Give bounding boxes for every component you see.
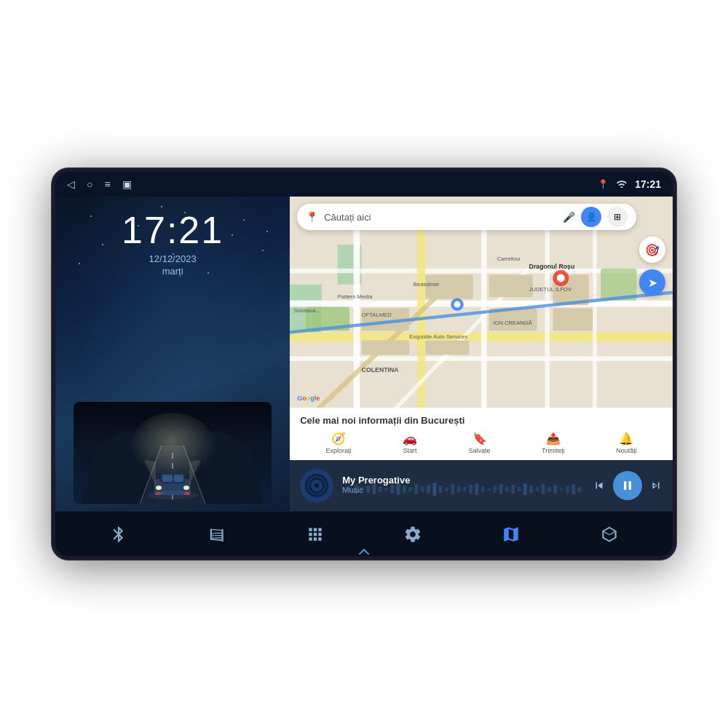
svg-point-12	[156, 486, 162, 490]
home-button[interactable]: ○	[87, 178, 92, 190]
svg-rect-83	[463, 487, 467, 491]
svg-rect-78	[433, 483, 437, 496]
svg-rect-97	[547, 486, 551, 492]
car-image	[74, 402, 272, 504]
map-search-bar[interactable]: 📍 Căutați aici 🎤 👤 ⊞	[297, 204, 636, 230]
map-nav-tabs: 🧭 Explorați 🚗 Start 🔖 Salvate	[300, 432, 662, 454]
chevron-up-indicator	[358, 547, 370, 556]
svg-point-60	[314, 483, 319, 488]
tab-trimiteti[interactable]: 📤 Trimiteți	[542, 432, 565, 454]
map-info-title: Cele mai noi informații din București	[300, 415, 662, 426]
svg-rect-72	[397, 483, 400, 495]
voice-search-icon[interactable]: 🎤	[563, 211, 575, 223]
album-art	[300, 469, 333, 502]
clock-date: 12/12/2023	[122, 253, 223, 264]
location-button[interactable]: 🎯	[639, 237, 665, 263]
svg-point-18	[147, 491, 198, 499]
tunnel-scene	[74, 402, 272, 504]
apps-icon	[306, 525, 325, 544]
svg-rect-38	[489, 275, 533, 298]
svg-rect-75	[415, 484, 419, 494]
svg-rect-28	[481, 221, 487, 436]
svg-text:Carrefour: Carrefour	[497, 256, 521, 262]
svg-rect-79	[439, 486, 443, 493]
waveform	[342, 485, 584, 496]
saved-label: Salvate	[469, 447, 491, 454]
svg-rect-29	[545, 221, 550, 436]
nav-apps[interactable]	[299, 518, 331, 550]
share-label: Trimiteți	[542, 447, 565, 454]
menu-button[interactable]: ≡	[104, 178, 110, 190]
bottom-nav	[55, 511, 673, 556]
tab-start[interactable]: 🚗 Start	[403, 432, 417, 454]
back-button[interactable]: ◁	[67, 178, 75, 190]
search-icons: 🎤 👤 ⊞	[563, 207, 628, 227]
news-label: Noutăți	[616, 447, 637, 454]
svg-rect-89	[499, 484, 503, 494]
svg-text:ION CREANGĂ: ION CREANGĂ	[494, 320, 533, 326]
album-art-svg	[300, 469, 333, 502]
music-player: My Prerogative Music	[290, 460, 673, 511]
tab-noutati[interactable]: 🔔 Noutăți	[616, 432, 637, 454]
left-panel: 17:21 12/12/2023 marți	[55, 197, 290, 511]
svg-rect-86	[481, 486, 485, 492]
status-time: 17:21	[635, 178, 661, 190]
svg-rect-27	[417, 221, 425, 436]
clock-day: marți	[122, 266, 223, 277]
grid-icon[interactable]: ⊞	[607, 207, 628, 227]
prev-button[interactable]	[593, 479, 606, 492]
svg-rect-98	[554, 485, 558, 494]
svg-rect-84	[469, 485, 472, 494]
status-indicators: 📍 17:21	[598, 178, 661, 190]
search-placeholder: Căutați aici	[324, 212, 557, 223]
svg-rect-91	[511, 485, 515, 494]
clock-time: 17:21	[122, 211, 223, 249]
tab-explorați[interactable]: 🧭 Explorați	[325, 432, 351, 454]
svg-rect-101	[571, 484, 575, 494]
svg-rect-81	[451, 484, 455, 494]
pin-icon: 📍	[598, 179, 609, 189]
explore-label: Explorați	[325, 447, 351, 454]
music-controls	[593, 471, 662, 500]
svg-rect-36	[425, 340, 469, 355]
svg-rect-11	[174, 475, 183, 482]
svg-rect-26	[354, 221, 360, 436]
nav-radio[interactable]	[201, 518, 233, 550]
svg-rect-87	[487, 488, 491, 491]
svg-rect-92	[518, 487, 521, 491]
nav-3d[interactable]	[593, 518, 625, 550]
nav-buttons: ◁ ○ ≡ ▣	[67, 178, 132, 190]
google-maps-pin-icon: 📍	[306, 211, 318, 223]
svg-rect-90	[505, 486, 509, 492]
svg-text:Exquisite Auto Services: Exquisite Auto Services	[410, 333, 468, 340]
start-label: Start	[403, 447, 416, 454]
nav-bluetooth[interactable]	[103, 518, 135, 550]
tab-salvate[interactable]: 🔖 Salvate	[469, 432, 491, 454]
svg-text:OFTALMED: OFTALMED	[362, 312, 392, 318]
nav-maps[interactable]	[495, 518, 527, 550]
svg-text:Pattern Media: Pattern Media	[338, 293, 373, 300]
prev-icon	[593, 479, 606, 492]
settings-icon	[403, 525, 422, 544]
svg-text:Dragonul Roșu: Dragonul Roșu	[529, 263, 575, 270]
start-icon: 🚗	[403, 432, 417, 446]
profile-icon[interactable]: 👤	[581, 207, 601, 227]
chevron-icon	[358, 548, 370, 555]
map-section[interactable]: Dragonul Roșu Carrefour Pattern Media OF…	[290, 197, 673, 460]
pause-icon	[620, 478, 635, 493]
svg-rect-96	[542, 484, 545, 494]
svg-rect-30	[593, 221, 596, 436]
clock-section: 17:21 12/12/2023 marți	[122, 211, 223, 277]
svg-rect-77	[427, 485, 430, 494]
next-button[interactable]	[649, 479, 662, 492]
play-pause-button[interactable]	[613, 471, 642, 500]
svg-rect-80	[445, 487, 448, 491]
svg-text:Bededmar: Bededmar	[414, 281, 440, 288]
svg-rect-99	[560, 488, 563, 491]
nav-settings[interactable]	[397, 518, 429, 550]
svg-rect-63	[342, 488, 346, 491]
bluetooth-icon	[109, 525, 128, 544]
navigate-button[interactable]: ➤	[639, 269, 665, 296]
recents-button[interactable]: ▣	[122, 178, 132, 190]
svg-rect-85	[475, 483, 479, 495]
